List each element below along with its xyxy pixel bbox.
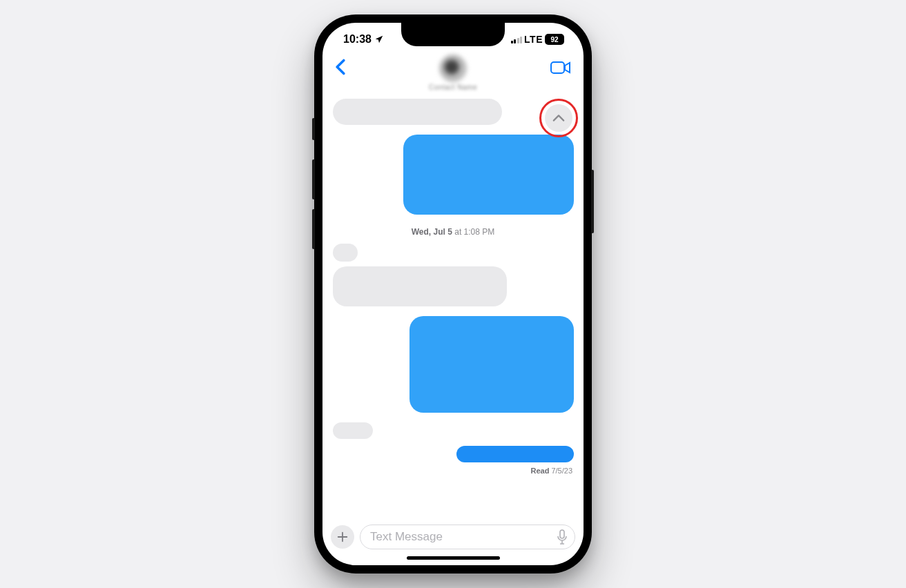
svg-rect-0	[551, 62, 564, 73]
read-label: Read	[530, 467, 549, 475]
contact-name: Contact Name	[429, 84, 477, 91]
volume-up	[312, 159, 315, 199]
read-date: 7/5/23	[549, 467, 572, 475]
screen: 10:38 LTE 92 Contact Name	[322, 23, 584, 565]
message-bubble-incoming[interactable]	[333, 266, 507, 306]
video-camera-icon	[550, 60, 571, 75]
status-time: 10:38	[343, 33, 372, 46]
volume-down	[312, 209, 315, 249]
battery-level: 92	[550, 36, 558, 43]
message-bubble-incoming[interactable]	[333, 244, 358, 262]
location-arrow-icon	[374, 35, 384, 44]
timestamp-divider: Wed, Jul 5 at 1:08 PM	[331, 227, 575, 237]
battery-icon: 92	[545, 34, 564, 45]
compose-row: Text Message	[322, 520, 584, 553]
avatar	[439, 55, 467, 82]
message-input[interactable]: Text Message	[360, 525, 575, 549]
contact-header[interactable]: Contact Name	[429, 55, 477, 91]
message-bubble-outgoing[interactable]	[409, 316, 574, 413]
svg-rect-3	[560, 530, 564, 538]
message-thread[interactable]: Wed, Jul 5 at 1:08 PM Read 7/5/23	[322, 95, 584, 520]
signal-icon	[511, 35, 523, 43]
nav-header: Contact Name	[322, 56, 584, 95]
input-placeholder: Text Message	[370, 530, 443, 544]
timestamp-day: Wed, Jul 5	[412, 227, 452, 237]
scroll-to-first-unread-button[interactable]	[545, 104, 572, 132]
read-receipt: Read 7/5/23	[530, 467, 572, 475]
notch	[401, 23, 505, 46]
home-indicator[interactable]	[407, 556, 500, 560]
plus-icon	[336, 531, 349, 543]
phone-frame: 10:38 LTE 92 Contact Name	[314, 14, 592, 574]
apps-button[interactable]	[331, 525, 354, 549]
power-button	[591, 170, 594, 233]
chevron-left-icon	[335, 59, 346, 75]
mute-switch	[312, 118, 315, 140]
message-bubble-outgoing[interactable]	[456, 446, 574, 462]
message-bubble-outgoing[interactable]	[403, 135, 574, 215]
back-button[interactable]	[335, 56, 346, 80]
timestamp-time: at 1:08 PM	[452, 227, 494, 237]
message-bubble-incoming[interactable]	[333, 99, 502, 125]
microphone-icon[interactable]	[557, 529, 568, 545]
facetime-button[interactable]	[550, 56, 571, 78]
message-bubble-incoming[interactable]	[333, 422, 373, 439]
carrier-label: LTE	[524, 34, 543, 45]
chevron-up-icon	[552, 114, 565, 122]
